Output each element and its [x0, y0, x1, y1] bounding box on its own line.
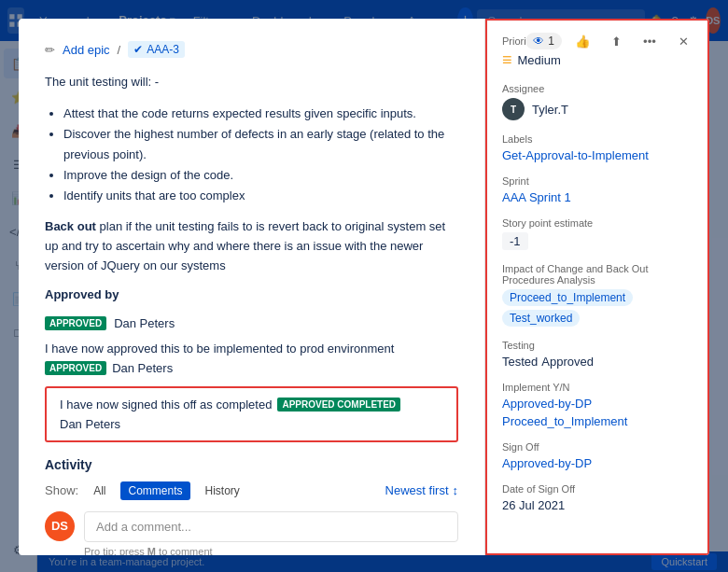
impact-tags: Proceed_to_Implement Test_worked [502, 289, 693, 327]
activity-section: Activity Show: All Comments History Newe… [45, 457, 458, 555]
show-label: Show: [45, 483, 78, 497]
more-button[interactable]: ••• [637, 28, 663, 54]
signoff-field: Sign Off Approved-by-DP [502, 441, 693, 470]
labels-label: Labels [502, 133, 693, 145]
left-panel: ✏ Add epic / ✔ AAA-3 The unit testing wi… [19, 19, 485, 555]
list-item: Discover the highest number of defects i… [63, 124, 458, 165]
impact-tag-0[interactable]: Proceed_to_Implement [502, 289, 633, 306]
sprint-label: Sprint [502, 175, 693, 187]
check-icon: ✔ [133, 43, 143, 56]
story-point-field: Story point estimate -1 [502, 217, 693, 250]
assignee-name: Tyler.T [532, 103, 568, 117]
share-button[interactable]: ⬆ [603, 28, 629, 54]
approver-row: APPROVED Dan Peters [45, 316, 458, 330]
testing-tags: Tested Approved [502, 355, 693, 369]
list-item: Improve the design of the code. [63, 165, 458, 186]
sprint-value[interactable]: AAA Sprint 1 [502, 190, 571, 204]
watch-count[interactable]: 👁 1 [525, 33, 562, 49]
comments-filter-button[interactable]: Comments [120, 481, 189, 500]
assignee-avatar: T [502, 98, 525, 120]
comment-input[interactable]: Add a comment... [84, 511, 458, 542]
all-filter-button[interactable]: All [86, 481, 113, 500]
date-field: Date of Sign Off 26 Jul 2021 [502, 483, 693, 512]
approver-name: Dan Peters [114, 316, 175, 330]
pencil-icon: ✏ [45, 43, 55, 57]
testing-tag-1: Approved [541, 355, 594, 369]
show-filter-row: Show: All Comments History Newest first … [45, 481, 458, 500]
sort-button[interactable]: Newest first ↕ [385, 483, 458, 497]
intro-text: The unit testing will: - [45, 73, 458, 92]
history-filter-button[interactable]: History [198, 481, 247, 500]
date-label: Date of Sign Off [502, 483, 693, 495]
story-point-label: Story point estimate [502, 217, 693, 229]
modal-header-actions: 👁 1 👍 ⬆ ••• ✕ [512, 19, 709, 63]
modal-overlay: 👁 1 👍 ⬆ ••• ✕ ✏ Add epic / ✔ AAA-3 The u… [0, 0, 728, 572]
sprint-field: Sprint AAA Sprint 1 [502, 175, 693, 204]
add-epic-link[interactable]: Add epic [63, 43, 110, 57]
sort-icon: ↕ [453, 483, 459, 497]
ticket-badge[interactable]: ✔ AAA-3 [128, 41, 185, 58]
list-item: Identify units that are too complex [63, 186, 458, 206]
approved-by-section: Approved by [45, 287, 458, 301]
close-button[interactable]: ✕ [670, 28, 696, 54]
eye-icon: 👁 [533, 35, 544, 48]
impact-field: Impact of Change and Back Out Procedures… [502, 263, 693, 327]
breadcrumb: ✏ Add epic / ✔ AAA-3 [45, 41, 458, 58]
impact-label: Impact of Change and Back Out Procedures… [502, 263, 693, 286]
thumbsup-button[interactable]: 👍 [569, 28, 595, 54]
implement-tags: Approved-by-DP [502, 397, 693, 411]
date-value: 26 Jul 2021 [502, 498, 565, 512]
approved-impl-row: I have now approved this to be implement… [45, 342, 458, 375]
activity-title: Activity [45, 457, 458, 472]
bullet-list: Attest that the code returns expected re… [45, 104, 458, 206]
implement-label: Implement Y/N [502, 382, 693, 393]
testing-label: Testing [502, 340, 693, 351]
testing-field: Testing Tested Approved [502, 340, 693, 369]
impact-tag-1[interactable]: Test_worked [502, 310, 580, 327]
priority-icon: ≡ [502, 50, 512, 70]
signoff-label: Sign Off [502, 441, 693, 453]
pro-tip: Pro tip: press M to comment [84, 546, 458, 555]
assignee-field: Assignee T Tyler.T [502, 83, 693, 120]
story-point-value: -1 [502, 232, 528, 250]
signed-off-box: I have now signed this off as completed … [45, 386, 458, 442]
approved-completed-badge: APPROVED COMPLETED [277, 398, 400, 412]
label-value[interactable]: Get-Approval-to-Implement [502, 148, 649, 162]
assignee-label: Assignee [502, 83, 693, 94]
signoff-value[interactable]: Approved-by-DP [502, 456, 592, 470]
modal-dialog: 👁 1 👍 ⬆ ••• ✕ ✏ Add epic / ✔ AAA-3 The u… [19, 19, 709, 555]
testing-tag-0: Tested [502, 355, 538, 369]
approved-by-label: Approved by [45, 287, 119, 301]
approved-badge-2: APPROVED [45, 361, 106, 375]
implement-tag-0[interactable]: Approved-by-DP [502, 397, 592, 411]
labels-field: Labels Get-Approval-to-Implement [502, 133, 693, 162]
list-item: Attest that the code returns expected re… [63, 104, 458, 124]
approved-badge: APPROVED [45, 316, 106, 330]
user-avatar-sm: DS [45, 511, 75, 541]
right-panel: Priority ≡ Medium Assignee T Tyler.T Lab… [485, 19, 709, 555]
implement-field: Implement Y/N Approved-by-DP Proceed_to_… [502, 382, 693, 428]
implement-tag-1[interactable]: Proceed_to_Implement [502, 414, 627, 428]
backout-text: Back out Back out plan if the unit testi… [45, 217, 458, 275]
comment-row: DS Add a comment... [45, 511, 458, 542]
